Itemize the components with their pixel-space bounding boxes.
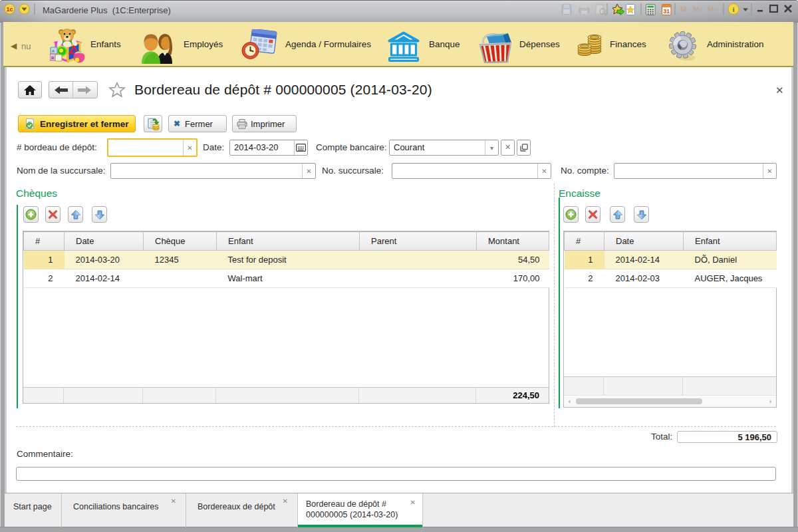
svg-text:1c: 1c (6, 6, 13, 13)
svg-text:i: i (732, 5, 734, 13)
svg-text:M: M (680, 5, 686, 13)
svg-text:B: B (51, 56, 55, 60)
svg-text:M–: M– (708, 5, 718, 13)
svg-text:A: A (52, 49, 55, 53)
svg-text:M+: M+ (693, 5, 704, 13)
svg-text:31: 31 (663, 8, 670, 15)
